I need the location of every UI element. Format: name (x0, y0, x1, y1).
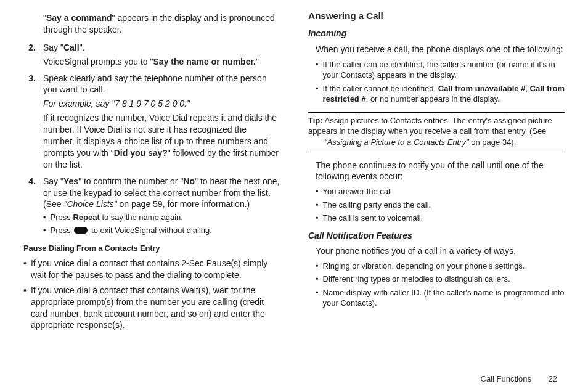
text: Name display with caller ID. (If the cal… (323, 287, 565, 309)
bullet-icon: • (316, 261, 319, 272)
text: Assign pictures to Contacts entries. The… (308, 116, 552, 136)
text: The phone continues to notify you of the… (316, 160, 565, 183)
bullet-icon: • (43, 225, 46, 236)
sub-bullet: • Press Repeat to say the name again. (43, 212, 280, 223)
step-continuation: "Say a command" appears in the display a… (23, 12, 280, 36)
bold-text: Did you say? (114, 148, 168, 158)
step-number: 4. (23, 176, 36, 236)
bullet: • If the caller can be identified, the c… (316, 59, 565, 81)
italic-text: For example, say "7 8 1 9 7 0 5 2 0 0." (43, 98, 280, 110)
text: " (256, 57, 259, 67)
tip-label: Tip: (308, 116, 323, 125)
tip-box: Tip: Assign pictures to Contacts entries… (308, 112, 565, 152)
text: Press (51, 213, 73, 222)
text: Press (51, 226, 73, 235)
italic-text: "Choice Lists" (63, 199, 116, 209)
step-2: 2. Say "Call". VoiceSignal prompts you t… (23, 42, 280, 68)
text: If the caller cannot be identified, (323, 84, 438, 93)
text: VoiceSignal prompts you to " (43, 57, 153, 67)
italic-text: "Assigning a Picture to a Contacts Entry… (324, 137, 469, 147)
step-3: 3. Speak clearly and say the telephone n… (23, 73, 280, 171)
text: Say " (43, 176, 63, 186)
page-footer: Call Functions 22 (0, 374, 588, 385)
text: The calling party ends the call. (323, 200, 431, 211)
heading-call-notification-features: Call Notification Features (308, 230, 565, 242)
bullet-icon: • (316, 200, 319, 211)
text: ". (80, 43, 85, 52)
text: on page 34). (469, 137, 517, 147)
step-4: 4. Say "Yes" to confirm the number or "N… (23, 176, 280, 236)
bold-text: Say a command (46, 13, 112, 23)
left-column: "Say a command" appears in the display a… (23, 9, 280, 382)
bullet-icon: • (23, 285, 27, 332)
sub-bullet: • Press to exit VoiceSignal without dial… (43, 225, 280, 236)
text: You answer the call. (323, 186, 394, 197)
bullet: • Ringing or vibration, depending on you… (316, 261, 565, 272)
bullet-icon: • (23, 258, 27, 281)
text: , or no number appears in the display. (366, 94, 500, 104)
text: " to confirm the number or " (78, 176, 183, 186)
text: Say " (43, 43, 63, 52)
text: Different ring types or melodies to dist… (323, 274, 510, 285)
bullet: • If the caller cannot be identified, Ca… (316, 83, 565, 105)
bold-text: Say the name or number. (153, 57, 256, 67)
heading-answering-a-call: Answering a Call (308, 10, 565, 23)
text: on page 59, for more information.) (117, 199, 250, 209)
end-key-icon (74, 227, 88, 234)
bold-text: Repeat (73, 213, 99, 222)
bullet: • If you voice dial a contact that conta… (23, 285, 280, 332)
bullet: • The call is sent to voicemail. (316, 213, 565, 224)
text: When you receive a call, the phone displ… (316, 44, 565, 55)
bullet: • Name display with caller ID. (If the c… (316, 287, 565, 309)
text: to exit VoiceSignal without dialing. (89, 226, 211, 235)
text: If you voice dial a contact that contain… (31, 258, 280, 281)
bullet-icon: • (316, 274, 319, 285)
bullet: • The calling party ends the call. (316, 200, 565, 211)
bullet-icon: • (43, 212, 46, 223)
heading-pause-dialing: Pause Dialing From a Contacts Entry (23, 243, 280, 254)
bold-text: Yes (63, 176, 78, 186)
text: , (525, 84, 529, 93)
bullet-icon: • (316, 186, 319, 197)
step-number: 3. (23, 73, 36, 171)
text: If the caller can be identified, the cal… (323, 59, 565, 81)
bullet-icon: • (316, 287, 319, 309)
bullet: • Different ring types or melodies to di… (316, 274, 565, 285)
right-column: Answering a Call Incoming When you recei… (308, 9, 565, 382)
text: If you voice dial a contact that contain… (31, 285, 280, 332)
text: Your phone notifies you of a call in a v… (316, 245, 565, 257)
bold-text: Call from unavailable # (438, 84, 526, 93)
section-name: Call Functions (481, 374, 531, 383)
bullet: • You answer the call. (316, 186, 565, 197)
bullet: • If you voice dial a contact that conta… (23, 258, 280, 281)
bullet-icon: • (316, 83, 319, 105)
bullet-icon: • (316, 213, 319, 224)
text: Ringing or vibration, depending on your … (323, 261, 525, 272)
heading-incoming: Incoming (308, 28, 565, 39)
step-number: 2. (23, 42, 36, 68)
bullet-icon: • (316, 59, 319, 81)
bold-text: Call (63, 43, 80, 52)
bold-text: No (183, 176, 195, 186)
page-number: 22 (549, 374, 557, 383)
text: Speak clearly and say the telephone numb… (43, 73, 280, 96)
page: "Say a command" appears in the display a… (0, 0, 588, 392)
text: to say the name again. (100, 213, 183, 222)
text: The call is sent to voicemail. (323, 213, 423, 224)
